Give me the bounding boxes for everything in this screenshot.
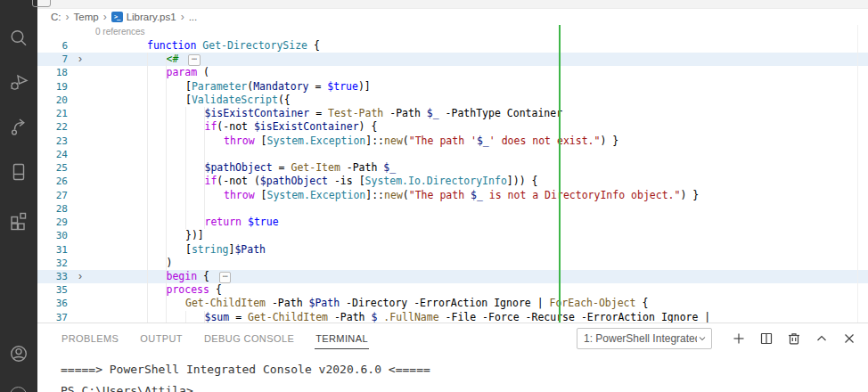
tab-debug-console[interactable]: DEBUG CONSOLE [203,328,295,349]
codelens-references[interactable]: 0 references [37,25,868,39]
extensions-icon[interactable] [8,209,29,231]
line-number[interactable]: 19 [37,80,71,94]
tab-terminal[interactable]: TERMINAL [315,328,369,349]
close-panel-icon[interactable] [841,331,857,347]
line-number[interactable]: 23 [37,135,71,148]
scrollbar-edge[interactable] [857,25,858,323]
account-icon[interactable] [8,343,29,364]
line-number[interactable]: 7 [37,53,71,66]
fold-gutter [71,297,89,310]
fold-gutter [71,229,89,242]
code-line-26[interactable]: 26if(-not ($pathObject -is [System.Io.Di… [37,175,868,188]
line-number[interactable]: 27 [37,189,71,202]
line-number[interactable]: 6 [37,39,71,53]
terminal-select[interactable]: 1: PowerShell Integrated [577,328,712,349]
line-number[interactable]: 18 [37,66,71,79]
fold-gutter [71,148,89,161]
breadcrumb-item-folder[interactable]: Temp [74,12,99,22]
fold-chevron-icon[interactable]: › [71,270,89,283]
fold-gutter [71,189,89,202]
line-number[interactable]: 20 [37,94,71,107]
terminal-output[interactable]: =====> PowerShell Integrated Console v20… [37,354,868,392]
code-line-7[interactable]: 7›<# ⋯ [37,53,868,66]
code-line-30[interactable]: 30})] [37,229,868,242]
code-line-23[interactable]: 23throw [System.Exception]::new("The pat… [37,135,868,148]
code-line-37[interactable]: 37$sum = Get-ChildItem -Path $_.FullName… [37,311,868,323]
code-editor[interactable]: 0 references 6function Get-DirectorySize… [37,25,868,323]
notebook-icon[interactable] [8,161,29,183]
code-text: process { [89,283,868,297]
code-line-22[interactable]: 22if(-not $isExistContainer) { [37,120,868,134]
line-number[interactable]: 29 [37,216,71,229]
folded-code-ellipsis[interactable]: ⋯ [188,54,200,66]
split-terminal-icon[interactable] [758,331,774,347]
breadcrumb-item-symbol[interactable]: ... [189,12,198,22]
line-number[interactable]: 35 [37,283,71,297]
code-text: if(-not ($pathObject -is [System.Io.Dire… [89,175,868,188]
line-number[interactable]: 30 [37,229,71,242]
line-number[interactable]: 22 [37,120,71,134]
code-text: <# ⋯ [89,53,868,66]
maximize-panel-icon[interactable] [814,331,830,347]
indent-guides [147,94,185,107]
line-number[interactable]: 21 [37,107,71,120]
kill-terminal-icon[interactable] [786,331,802,347]
indent-guides [147,135,224,148]
activity-bar [0,0,37,392]
gear-icon-partial[interactable] [10,387,27,392]
code-line-18[interactable]: 18param ( [37,66,868,79]
tab-problems[interactable]: PROBLEMS [61,328,119,349]
code-text: function Get-DirectorySize { [89,39,868,53]
code-line-25[interactable]: 25$pathObject = Get-Item -Path $_ [37,161,868,175]
code-line-31[interactable]: 31[string]$Path [37,243,868,257]
code-text: throw [System.Exception]::new("The path … [89,135,868,148]
line-number[interactable]: 32 [37,257,71,270]
panel-actions: 1: PowerShell Integrated [577,323,857,354]
share-icon[interactable] [8,117,29,138]
breadcrumb-item-drive[interactable]: C: [51,12,61,22]
new-terminal-icon[interactable] [731,331,747,347]
code-text: [Parameter(Mandatory = $true)] [89,80,868,94]
run-debug-icon[interactable] [8,72,29,94]
code-text [89,202,868,216]
code-line-6[interactable]: 6function Get-DirectorySize { [37,39,868,53]
code-line-20[interactable]: 20[ValidateScript({ [37,94,868,107]
line-number[interactable]: 26 [37,175,71,188]
line-number[interactable]: 37 [37,311,71,323]
terminal-select-label: 1: PowerShell Integrated [584,332,697,345]
fold-chevron-icon[interactable]: › [71,53,89,66]
tab-output[interactable]: OUTPUT [139,328,184,349]
code-text: begin { ⋯ [89,270,868,283]
line-number[interactable]: 31 [37,243,71,257]
code-line-24[interactable]: 24 [37,148,868,161]
code-line-33[interactable]: 33›begin { ⋯ [37,270,868,283]
code-text: throw [System.Exception]::new("The path … [89,189,868,202]
line-number[interactable]: 33 [37,270,71,283]
indent-guides [147,311,205,323]
code-line-29[interactable]: 29return $true [37,216,868,229]
code-line-27[interactable]: 27throw [System.Exception]::new("The pat… [37,189,868,202]
folded-code-ellipsis[interactable]: ⋯ [219,272,231,283]
line-number[interactable]: 25 [37,161,71,175]
code-text: })] [89,229,868,242]
breadcrumb-item-file[interactable]: Library.ps1 [127,12,176,22]
code-line-21[interactable]: 21$isExistContainer = Test-Path -Path $_… [37,107,868,120]
code-line-28[interactable]: 28 [37,202,868,216]
code-text: param ( [89,66,868,79]
code-line-32[interactable]: 32) [37,257,868,270]
code-rows: 6function Get-DirectorySize {7›<# ⋯18par… [37,39,868,323]
fold-gutter [71,66,89,79]
indent-guides [147,175,205,188]
search-icon[interactable] [8,28,29,49]
indent-guides [147,202,224,216]
code-line-19[interactable]: 19[Parameter(Mandatory = $true)] [37,80,868,94]
indent-guides [147,80,185,94]
line-number[interactable]: 24 [37,148,71,161]
line-number[interactable]: 36 [37,297,71,310]
code-text: [ValidateScript({ [89,94,868,107]
code-line-35[interactable]: 35process { [37,283,868,297]
line-number[interactable]: 28 [37,202,71,216]
code-line-36[interactable]: 36Get-ChildItem -Path $Path -Directory -… [37,297,868,310]
code-text [89,148,868,161]
indent-guides [147,66,167,79]
